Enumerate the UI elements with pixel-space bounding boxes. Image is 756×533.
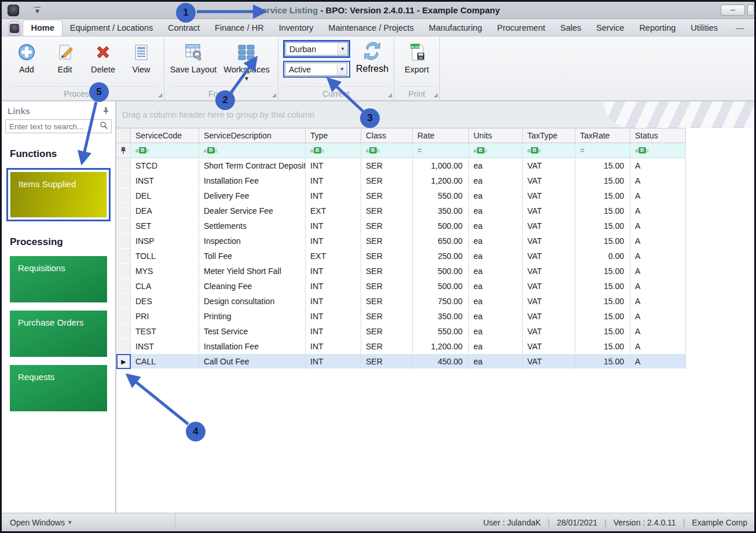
cell-class: SER	[361, 218, 413, 233]
site-combobox-dropdown-icon[interactable]: ▼	[337, 43, 347, 55]
cell-units: ea	[469, 203, 523, 218]
dialog-launcher-icon[interactable]	[272, 93, 276, 97]
filter-cell-units[interactable]: aBc	[469, 143, 523, 158]
cell-servicedescription: Design consultation	[199, 294, 306, 309]
pin-icon[interactable]	[102, 106, 109, 116]
tab-procurement[interactable]: Procurement	[490, 20, 553, 36]
table-row-des-9[interactable]: DESDesign consultationINTSER750.00eaVAT1…	[116, 294, 687, 309]
cell-taxtype: VAT	[523, 339, 575, 354]
app-logo-icon	[10, 24, 19, 33]
cell-servicecode: DES	[131, 294, 199, 309]
tab-home[interactable]: Home	[23, 20, 62, 36]
filter-cell-status[interactable]: aBc	[630, 143, 686, 158]
cell-units: ea	[469, 173, 523, 188]
table-row-cla-8[interactable]: CLACleaning FeeINTSER500.00eaVAT15.00A	[116, 279, 687, 294]
site-combobox[interactable]: Durban ▼	[285, 42, 348, 56]
tab-inventory[interactable]: Inventory	[271, 20, 321, 36]
table-row-inst-1[interactable]: INSTInstallation FeeINTSER1,200.00eaVAT1…	[116, 173, 687, 188]
filter-cell-type[interactable]: aBc	[306, 143, 361, 158]
group-by-bar[interactable]: Drag a column header here to group by th…	[116, 101, 754, 128]
cell-units: ea	[469, 324, 523, 339]
tab-manufacturing[interactable]: Manufacturing	[421, 20, 490, 36]
tab-equipment-locations[interactable]: Equipment / Locations	[63, 20, 160, 36]
filter-cell-taxtype[interactable]: aBc	[523, 143, 575, 158]
indicator-header	[116, 128, 131, 143]
table-row-del-2[interactable]: DELDelivery FeeINTSER550.00eaVAT15.00A	[116, 188, 687, 203]
table-row-set-4[interactable]: SETSettlementsINTSER500.00eaVAT15.00A	[116, 218, 687, 233]
table-row-stcd-0[interactable]: STCDShort Term Contract DepositINTSER1,0…	[116, 158, 687, 173]
dialog-launcher-icon[interactable]	[388, 93, 392, 97]
column-header-taxtype[interactable]: TaxType	[523, 128, 575, 143]
table-row-dea-3[interactable]: DEADealer Service FeeEXTSER350.00eaVAT15…	[116, 203, 687, 218]
state-combobox[interactable]: Active ▼	[285, 63, 347, 76]
tab-contract[interactable]: Contract	[160, 20, 207, 36]
save-layout-icon	[184, 42, 203, 62]
edit-button[interactable]: Edit	[47, 40, 83, 74]
table-row-toll-6[interactable]: TOLLToll FeeEXTSER250.00eaVAT0.00A	[116, 249, 687, 264]
filter-cell-servicedescription[interactable]: aBc	[199, 143, 306, 158]
table-row-call-13[interactable]: ▶CALLCall Out FeeINTSER450.00eaVAT15.00A	[116, 354, 687, 369]
cell-rate: 450.00	[413, 354, 469, 369]
table-row-mys-7[interactable]: MYSMeter Yield Short FallINTSER500.00eaV…	[116, 264, 687, 279]
column-header-taxrate[interactable]: TaxRate	[575, 128, 630, 143]
application-button[interactable]	[9, 21, 20, 36]
sidebar-search-input[interactable]	[9, 122, 100, 131]
table-row-test-11[interactable]: TESTTest ServiceINTSER550.00eaVAT15.00A	[116, 324, 687, 339]
save-layout-button[interactable]: Save Layout	[169, 40, 218, 74]
sidebar-item-requisitions[interactable]: Requisitions	[10, 256, 107, 302]
export-button[interactable]: XLSX Export	[399, 40, 435, 74]
cell-servicedescription: Toll Fee	[199, 249, 306, 264]
open-windows-button[interactable]: Open Windows ▾	[2, 513, 175, 531]
sidebar-item-purchase-orders[interactable]: Purchase Orders	[10, 311, 107, 357]
tab-service[interactable]: Service	[589, 20, 632, 36]
cell-servicecode: DEL	[131, 188, 199, 203]
tab-finance-hr[interactable]: Finance / HR	[207, 20, 271, 36]
tab-utilities[interactable]: Utilities	[683, 20, 725, 36]
sidebar-section-processing: Processing	[10, 236, 107, 248]
cell-class: SER	[361, 354, 413, 369]
filter-cell-servicecode[interactable]: aBc	[131, 143, 199, 158]
links-panel: Links FunctionsItems SuppliedProcessingR…	[2, 101, 116, 513]
edit-icon	[55, 42, 75, 62]
column-header-status[interactable]: Status	[630, 128, 686, 143]
cell-units: ea	[469, 233, 523, 249]
filter-cell-rate[interactable]: =	[413, 143, 469, 158]
ribbon-group-format: Save Layout Workspaces ▼ Format	[164, 36, 278, 100]
column-header-units[interactable]: Units	[469, 128, 523, 143]
state-combobox-dropdown-icon[interactable]: ▼	[337, 63, 347, 75]
add-icon	[17, 42, 36, 62]
delete-button[interactable]: Delete	[85, 40, 121, 74]
tab-sales[interactable]: Sales	[553, 20, 589, 36]
dialog-launcher-icon[interactable]	[158, 93, 162, 97]
column-header-rate[interactable]: Rate	[413, 128, 469, 143]
dialog-launcher-icon[interactable]	[434, 93, 438, 97]
table-row-insp-5[interactable]: INSPInspectionINTSER650.00eaVAT15.00A	[116, 233, 687, 249]
column-header-class[interactable]: Class	[361, 128, 413, 143]
filter-row-pin-icon[interactable]	[116, 143, 131, 158]
add-button[interactable]: Add	[9, 40, 45, 74]
cell-type: INT	[306, 218, 361, 233]
cell-taxrate: 15.00	[575, 173, 630, 188]
tab-reporting[interactable]: Reporting	[632, 20, 683, 36]
column-header-servicecode[interactable]: ServiceCode	[131, 128, 199, 143]
cell-units: ea	[469, 158, 523, 173]
sidebar-item-items-supplied[interactable]: Items Supplied	[10, 171, 107, 218]
services-grid: ServiceCodeServiceDescriptionTypeClassRa…	[116, 128, 687, 369]
sidebar-section-functions: Functions	[10, 148, 107, 160]
workspaces-button[interactable]: Workspaces ▼	[220, 40, 273, 82]
ribbon-collapse-icon[interactable]: —	[725, 23, 754, 36]
sidebar-item-requests[interactable]: Requests	[10, 365, 107, 411]
column-header-type[interactable]: Type	[306, 128, 361, 143]
table-row-inst-12[interactable]: INSTInstallation FeeINTSER1,200.00eaVAT1…	[116, 339, 687, 354]
tab-maintenance-projects[interactable]: Maintenance / Projects	[321, 20, 421, 36]
table-row-pri-10[interactable]: PRIPrintingINTSER350.00eaVAT15.00A	[116, 309, 687, 324]
refresh-button[interactable]: Refresh	[356, 40, 388, 74]
cell-servicecode: CLA	[131, 279, 199, 294]
filter-cell-class[interactable]: aBc	[361, 143, 413, 158]
view-button[interactable]: View	[123, 40, 159, 74]
state-combobox-value: Active	[285, 65, 337, 74]
cell-taxtype: VAT	[523, 188, 575, 203]
column-header-servicedescription[interactable]: ServiceDescription	[199, 128, 306, 143]
filter-cell-taxrate[interactable]: =	[575, 143, 630, 158]
search-icon[interactable]	[100, 121, 108, 132]
